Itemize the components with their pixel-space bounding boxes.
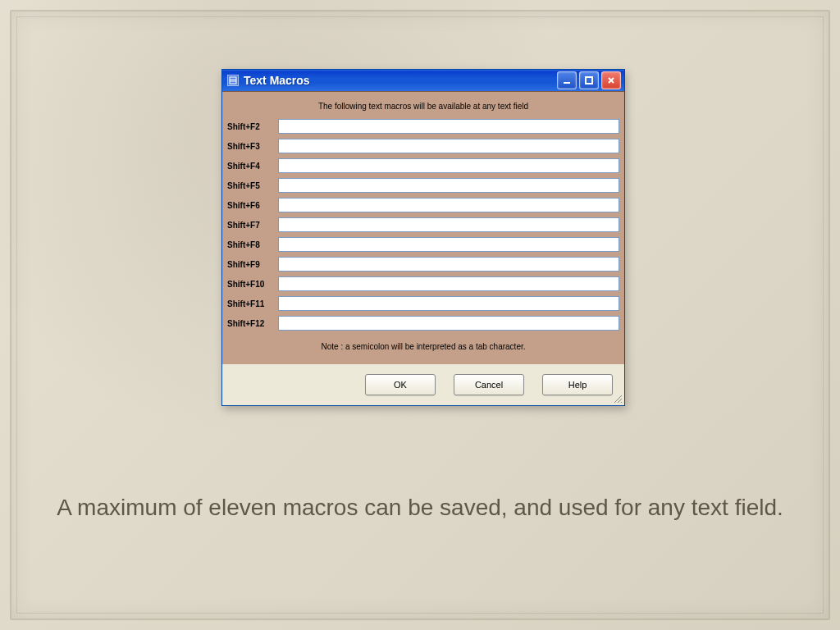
resize-grip-icon[interactable] <box>611 392 623 404</box>
macro-label: Shift+F10 <box>227 280 278 289</box>
minimize-button[interactable] <box>557 71 577 89</box>
macro-input[interactable] <box>278 139 619 153</box>
macro-row: Shift+F5 <box>227 178 619 193</box>
help-button[interactable]: Help <box>542 374 613 395</box>
macro-rows: Shift+F2Shift+F3Shift+F4Shift+F5Shift+F6… <box>227 119 619 331</box>
macro-label: Shift+F8 <box>227 240 278 249</box>
macro-row: Shift+F9 <box>227 257 619 272</box>
macro-label: Shift+F2 <box>227 122 278 131</box>
macro-row: Shift+F4 <box>227 158 619 173</box>
svg-rect-0 <box>230 77 236 84</box>
text-macros-window: Text Macros The following text macros wi… <box>221 69 625 406</box>
macro-input[interactable] <box>278 158 619 173</box>
macro-row: Shift+F2 <box>227 119 619 134</box>
macro-row: Shift+F3 <box>227 139 619 153</box>
macro-row: Shift+F10 <box>227 276 619 291</box>
macro-label: Shift+F6 <box>227 201 278 210</box>
description-text: The following text macros will be availa… <box>227 97 619 119</box>
macro-input[interactable] <box>278 257 619 272</box>
cancel-button[interactable]: Cancel <box>454 374 524 395</box>
titlebar[interactable]: Text Macros <box>222 70 624 91</box>
svg-rect-4 <box>586 77 592 84</box>
macro-row: Shift+F7 <box>227 217 619 232</box>
button-bar: OK Cancel Help <box>222 364 624 405</box>
maximize-button[interactable] <box>579 71 599 89</box>
macro-label: Shift+F7 <box>227 221 278 230</box>
macro-input[interactable] <box>278 178 619 193</box>
ok-button[interactable]: OK <box>365 374 436 395</box>
macro-input[interactable] <box>278 237 619 252</box>
note-text: Note : a semicolon will be interpreted a… <box>227 331 619 356</box>
macro-row: Shift+F8 <box>227 237 619 252</box>
macro-label: Shift+F5 <box>227 181 278 190</box>
macro-row: Shift+F6 <box>227 198 619 212</box>
window-title: Text Macros <box>244 74 557 87</box>
macro-label: Shift+F4 <box>227 162 278 171</box>
macro-input[interactable] <box>278 217 619 232</box>
slide-caption: A maximum of eleven macros can be saved,… <box>0 492 840 523</box>
macro-label: Shift+F3 <box>227 142 278 151</box>
macro-label: Shift+F11 <box>227 299 278 308</box>
macro-input[interactable] <box>278 296 619 311</box>
app-icon <box>227 75 239 86</box>
window-body: The following text macros will be availa… <box>222 91 624 364</box>
svg-line-7 <box>614 395 622 403</box>
macro-input[interactable] <box>278 119 619 134</box>
close-button[interactable] <box>601 71 621 89</box>
macro-row: Shift+F12 <box>227 316 619 331</box>
macro-input[interactable] <box>278 276 619 291</box>
macro-label: Shift+F9 <box>227 260 278 269</box>
macro-label: Shift+F12 <box>227 319 278 328</box>
macro-input[interactable] <box>278 198 619 212</box>
macro-input[interactable] <box>278 316 619 331</box>
svg-line-9 <box>621 402 622 403</box>
macro-row: Shift+F11 <box>227 296 619 311</box>
